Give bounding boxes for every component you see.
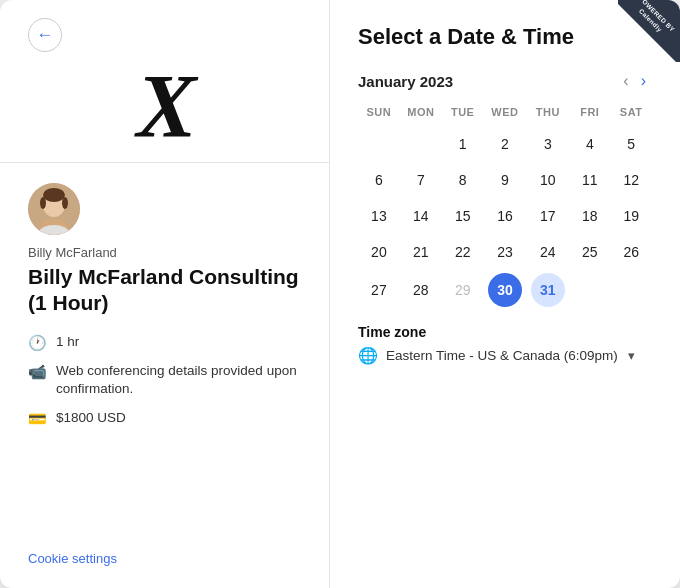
calendar-day[interactable]: 29 — [442, 270, 484, 310]
calendar-day[interactable]: 15 — [442, 198, 484, 234]
calendar-day[interactable]: 24 — [526, 234, 569, 270]
calendar-header-row: SUN MON TUE WED THU FRI SAT — [358, 106, 652, 126]
calendar-day[interactable]: 20 — [358, 234, 400, 270]
price-row: 💳 $1800 USD — [28, 409, 301, 428]
duration-text: 1 hr — [56, 333, 79, 352]
col-mon: MON — [400, 106, 442, 126]
scheduling-card: ← X — [0, 0, 680, 588]
calendar-day[interactable]: 19 — [610, 198, 652, 234]
calendar-day[interactable]: 23 — [484, 234, 527, 270]
left-panel: ← X — [0, 0, 330, 588]
calendar-day[interactable]: 12 — [610, 162, 652, 198]
col-tue: TUE — [442, 106, 484, 126]
calendar-grid: SUN MON TUE WED THU FRI SAT 1 2 3 4 — [358, 106, 652, 310]
calendar-day-empty — [358, 126, 400, 162]
calendar-day[interactable]: 28 — [400, 270, 442, 310]
globe-icon: 🌐 — [358, 346, 378, 365]
calendar-header: January 2023 ‹ › — [358, 70, 652, 92]
next-month-button[interactable]: › — [635, 70, 652, 92]
col-wed: WED — [484, 106, 527, 126]
price-text: $1800 USD — [56, 409, 126, 428]
calendar-day[interactable]: 16 — [484, 198, 527, 234]
col-fri: FRI — [569, 106, 610, 126]
calendar-day[interactable]: 31 — [526, 270, 569, 310]
calendly-badge: POWERED BY Calendly — [618, 0, 680, 62]
svg-point-3 — [40, 197, 46, 209]
table-row: 6 7 8 9 10 11 12 — [358, 162, 652, 198]
price-icon: 💳 — [28, 410, 47, 428]
col-sat: SAT — [610, 106, 652, 126]
back-icon: ← — [37, 25, 54, 45]
back-button[interactable]: ← — [28, 18, 62, 52]
calendar-day-empty — [400, 126, 442, 162]
calendar-day[interactable]: 22 — [442, 234, 484, 270]
table-row: 13 14 15 16 17 18 19 — [358, 198, 652, 234]
calendar-day[interactable]: 10 — [526, 162, 569, 198]
conferencing-row: 📹 Web conferencing details provided upon… — [28, 362, 301, 400]
timezone-selector[interactable]: 🌐 Eastern Time - US & Canada (6:09pm) ▾ — [358, 346, 652, 365]
clock-icon: 🕐 — [28, 334, 47, 352]
calendar-day[interactable]: 13 — [358, 198, 400, 234]
calendar-day[interactable]: 26 — [610, 234, 652, 270]
col-thu: THU — [526, 106, 569, 126]
month-label: January 2023 — [358, 73, 617, 90]
calendar-day[interactable]: 27 — [358, 270, 400, 310]
calendar-day[interactable]: 7 — [400, 162, 442, 198]
cookie-settings-link[interactable]: Cookie settings — [28, 551, 117, 566]
calendar-day[interactable]: 21 — [400, 234, 442, 270]
video-icon: 📹 — [28, 363, 47, 381]
calendar-day[interactable]: 11 — [569, 162, 610, 198]
calendar-day-empty — [569, 270, 610, 310]
table-row: 1 2 3 4 5 — [358, 126, 652, 162]
calendar-day[interactable]: 3 — [526, 126, 569, 162]
event-title: Billy McFarland Consulting (1 Hour) — [28, 264, 301, 317]
conferencing-text: Web conferencing details provided upon c… — [56, 362, 301, 400]
timezone-section: Time zone 🌐 Eastern Time - US & Canada (… — [358, 324, 652, 365]
timezone-value: Eastern Time - US & Canada (6:09pm) — [386, 348, 618, 363]
table-row: 27 28 29 30 31 — [358, 270, 652, 310]
calendar-day[interactable]: 30 — [484, 270, 527, 310]
calendar-day[interactable]: 5 — [610, 126, 652, 162]
brand-logo: X — [136, 62, 192, 152]
calendar-day[interactable]: 18 — [569, 198, 610, 234]
calendar-day[interactable]: 14 — [400, 198, 442, 234]
calendar-day[interactable]: 9 — [484, 162, 527, 198]
calendar-day[interactable]: 8 — [442, 162, 484, 198]
logo-area: X — [0, 52, 329, 162]
duration-row: 🕐 1 hr — [28, 333, 301, 352]
svg-point-4 — [62, 197, 68, 209]
calendar-day[interactable]: 1 — [442, 126, 484, 162]
calendar-day[interactable]: 25 — [569, 234, 610, 270]
prev-month-button[interactable]: ‹ — [617, 70, 634, 92]
calendar-day[interactable]: 6 — [358, 162, 400, 198]
selected-day-31[interactable]: 31 — [531, 273, 565, 307]
svg-point-2 — [43, 188, 65, 202]
person-name: Billy McFarland — [28, 245, 301, 260]
calendar-day-empty — [610, 270, 652, 310]
calendar-day[interactable]: 17 — [526, 198, 569, 234]
profile-section: Billy McFarland Billy McFarland Consulti… — [0, 163, 329, 452]
table-row: 20 21 22 23 24 25 26 — [358, 234, 652, 270]
avatar — [28, 183, 80, 235]
col-sun: SUN — [358, 106, 400, 126]
calendar-day[interactable]: 4 — [569, 126, 610, 162]
calendar-day[interactable]: 2 — [484, 126, 527, 162]
timezone-label: Time zone — [358, 324, 652, 340]
dropdown-icon: ▾ — [628, 348, 635, 363]
select-title: Select a Date & Time — [358, 24, 652, 50]
right-panel: POWERED BY Calendly Select a Date & Time… — [330, 0, 680, 588]
selected-day-30[interactable]: 30 — [488, 273, 522, 307]
